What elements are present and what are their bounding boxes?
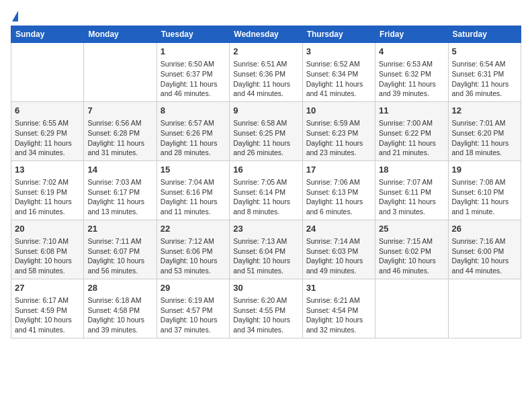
calendar-day-cell: 29Sunrise: 6:19 AM Sunset: 4:57 PM Dayli… <box>157 279 229 338</box>
day-info: Sunrise: 7:01 AM Sunset: 6:20 PM Dayligh… <box>452 118 517 158</box>
day-of-week-header: Tuesday <box>157 26 229 43</box>
day-of-week-header: Sunday <box>11 26 84 43</box>
day-number: 19 <box>452 164 517 176</box>
day-number: 9 <box>233 105 298 117</box>
calendar-day-cell: 28Sunrise: 6:18 AM Sunset: 4:58 PM Dayli… <box>84 279 157 338</box>
day-of-week-header: Friday <box>375 26 448 43</box>
calendar-week-row: 20Sunrise: 7:10 AM Sunset: 6:08 PM Dayli… <box>11 220 521 279</box>
day-number: 3 <box>306 46 371 58</box>
day-info: Sunrise: 7:04 AM Sunset: 6:16 PM Dayligh… <box>161 177 226 217</box>
day-info: Sunrise: 6:58 AM Sunset: 6:25 PM Dayligh… <box>233 118 298 158</box>
calendar-day-cell: 1Sunrise: 6:50 AM Sunset: 6:37 PM Daylig… <box>157 43 229 102</box>
day-of-week-header: Wednesday <box>230 26 302 43</box>
calendar-week-row: 13Sunrise: 7:02 AM Sunset: 6:19 PM Dayli… <box>11 161 521 220</box>
day-number: 11 <box>379 105 444 117</box>
day-info: Sunrise: 6:56 AM Sunset: 6:28 PM Dayligh… <box>87 118 152 158</box>
day-number: 23 <box>233 223 298 235</box>
calendar-day-cell <box>84 43 157 102</box>
calendar-header-row: SundayMondayTuesdayWednesdayThursdayFrid… <box>11 26 521 43</box>
day-number: 13 <box>15 164 80 176</box>
day-info: Sunrise: 7:00 AM Sunset: 6:22 PM Dayligh… <box>379 118 444 158</box>
calendar-day-cell: 20Sunrise: 7:10 AM Sunset: 6:08 PM Dayli… <box>11 220 84 279</box>
calendar-day-cell: 5Sunrise: 6:54 AM Sunset: 6:31 PM Daylig… <box>448 43 521 102</box>
day-number: 17 <box>306 164 371 176</box>
day-info: Sunrise: 6:21 AM Sunset: 4:54 PM Dayligh… <box>306 295 371 335</box>
logo <box>11 11 18 20</box>
calendar-week-row: 1Sunrise: 6:50 AM Sunset: 6:37 PM Daylig… <box>11 43 521 102</box>
day-of-week-header: Monday <box>84 26 157 43</box>
day-number: 10 <box>306 105 371 117</box>
day-info: Sunrise: 6:18 AM Sunset: 4:58 PM Dayligh… <box>87 295 152 335</box>
day-number: 15 <box>161 164 226 176</box>
calendar-day-cell: 9Sunrise: 6:58 AM Sunset: 6:25 PM Daylig… <box>230 101 302 161</box>
day-info: Sunrise: 7:13 AM Sunset: 6:04 PM Dayligh… <box>233 236 298 276</box>
day-number: 21 <box>87 223 152 235</box>
calendar-day-cell: 6Sunrise: 6:55 AM Sunset: 6:29 PM Daylig… <box>11 101 84 161</box>
calendar-day-cell: 27Sunrise: 6:17 AM Sunset: 4:59 PM Dayli… <box>11 279 84 338</box>
day-info: Sunrise: 6:51 AM Sunset: 6:36 PM Dayligh… <box>233 59 298 99</box>
day-number: 22 <box>161 223 226 235</box>
page-header <box>11 11 521 20</box>
day-info: Sunrise: 6:57 AM Sunset: 6:26 PM Dayligh… <box>161 118 226 158</box>
day-number: 8 <box>161 105 226 117</box>
day-info: Sunrise: 7:16 AM Sunset: 6:00 PM Dayligh… <box>452 236 517 276</box>
calendar-day-cell: 15Sunrise: 7:04 AM Sunset: 6:16 PM Dayli… <box>157 161 229 220</box>
day-info: Sunrise: 7:06 AM Sunset: 6:13 PM Dayligh… <box>306 177 371 217</box>
calendar-day-cell: 24Sunrise: 7:14 AM Sunset: 6:03 PM Dayli… <box>302 220 375 279</box>
calendar-day-cell: 19Sunrise: 7:08 AM Sunset: 6:10 PM Dayli… <box>448 161 521 220</box>
calendar-day-cell: 11Sunrise: 7:00 AM Sunset: 6:22 PM Dayli… <box>375 101 448 161</box>
calendar-day-cell: 16Sunrise: 7:05 AM Sunset: 6:14 PM Dayli… <box>230 161 302 220</box>
day-info: Sunrise: 6:19 AM Sunset: 4:57 PM Dayligh… <box>161 295 226 335</box>
day-number: 6 <box>15 105 80 117</box>
calendar-week-row: 6Sunrise: 6:55 AM Sunset: 6:29 PM Daylig… <box>11 101 521 161</box>
calendar-day-cell: 12Sunrise: 7:01 AM Sunset: 6:20 PM Dayli… <box>448 101 521 161</box>
calendar-day-cell: 17Sunrise: 7:06 AM Sunset: 6:13 PM Dayli… <box>302 161 375 220</box>
calendar-week-row: 27Sunrise: 6:17 AM Sunset: 4:59 PM Dayli… <box>11 279 521 338</box>
calendar-day-cell: 2Sunrise: 6:51 AM Sunset: 6:36 PM Daylig… <box>230 43 302 102</box>
day-number: 5 <box>452 46 517 58</box>
calendar-day-cell: 10Sunrise: 6:59 AM Sunset: 6:23 PM Dayli… <box>302 101 375 161</box>
calendar-day-cell: 25Sunrise: 7:15 AM Sunset: 6:02 PM Dayli… <box>375 220 448 279</box>
day-info: Sunrise: 6:52 AM Sunset: 6:34 PM Dayligh… <box>306 59 371 99</box>
day-info: Sunrise: 7:11 AM Sunset: 6:07 PM Dayligh… <box>87 236 152 276</box>
day-number: 2 <box>233 46 298 58</box>
calendar-day-cell: 14Sunrise: 7:03 AM Sunset: 6:17 PM Dayli… <box>84 161 157 220</box>
day-number: 31 <box>306 282 371 294</box>
calendar-table: SundayMondayTuesdayWednesdayThursdayFrid… <box>11 26 521 338</box>
day-info: Sunrise: 7:10 AM Sunset: 6:08 PM Dayligh… <box>15 236 80 276</box>
day-number: 27 <box>15 282 80 294</box>
day-info: Sunrise: 7:07 AM Sunset: 6:11 PM Dayligh… <box>379 177 444 217</box>
calendar-day-cell: 4Sunrise: 6:53 AM Sunset: 6:32 PM Daylig… <box>375 43 448 102</box>
day-number: 25 <box>379 223 444 235</box>
calendar-day-cell: 26Sunrise: 7:16 AM Sunset: 6:00 PM Dayli… <box>448 220 521 279</box>
calendar-day-cell: 30Sunrise: 6:20 AM Sunset: 4:55 PM Dayli… <box>230 279 302 338</box>
day-info: Sunrise: 6:59 AM Sunset: 6:23 PM Dayligh… <box>306 118 371 158</box>
day-number: 18 <box>379 164 444 176</box>
calendar-day-cell: 3Sunrise: 6:52 AM Sunset: 6:34 PM Daylig… <box>302 43 375 102</box>
day-info: Sunrise: 7:08 AM Sunset: 6:10 PM Dayligh… <box>452 177 517 217</box>
day-number: 20 <box>15 223 80 235</box>
calendar-day-cell: 23Sunrise: 7:13 AM Sunset: 6:04 PM Dayli… <box>230 220 302 279</box>
calendar-day-cell: 7Sunrise: 6:56 AM Sunset: 6:28 PM Daylig… <box>84 101 157 161</box>
calendar-day-cell <box>448 279 521 338</box>
day-info: Sunrise: 6:54 AM Sunset: 6:31 PM Dayligh… <box>452 59 517 99</box>
calendar-day-cell: 13Sunrise: 7:02 AM Sunset: 6:19 PM Dayli… <box>11 161 84 220</box>
day-info: Sunrise: 6:50 AM Sunset: 6:37 PM Dayligh… <box>161 59 226 99</box>
logo-triangle-icon <box>12 11 18 21</box>
day-of-week-header: Saturday <box>448 26 521 43</box>
calendar-day-cell: 31Sunrise: 6:21 AM Sunset: 4:54 PM Dayli… <box>302 279 375 338</box>
day-number: 14 <box>87 164 152 176</box>
day-number: 7 <box>87 105 152 117</box>
day-number: 28 <box>87 282 152 294</box>
day-number: 30 <box>233 282 298 294</box>
day-info: Sunrise: 7:03 AM Sunset: 6:17 PM Dayligh… <box>87 177 152 217</box>
calendar-day-cell <box>375 279 448 338</box>
calendar-day-cell: 18Sunrise: 7:07 AM Sunset: 6:11 PM Dayli… <box>375 161 448 220</box>
day-number: 24 <box>306 223 371 235</box>
calendar-day-cell: 8Sunrise: 6:57 AM Sunset: 6:26 PM Daylig… <box>157 101 229 161</box>
day-info: Sunrise: 6:55 AM Sunset: 6:29 PM Dayligh… <box>15 118 80 158</box>
day-info: Sunrise: 6:17 AM Sunset: 4:59 PM Dayligh… <box>15 295 80 335</box>
day-info: Sunrise: 7:05 AM Sunset: 6:14 PM Dayligh… <box>233 177 298 217</box>
day-info: Sunrise: 6:53 AM Sunset: 6:32 PM Dayligh… <box>379 59 444 99</box>
calendar-day-cell: 21Sunrise: 7:11 AM Sunset: 6:07 PM Dayli… <box>84 220 157 279</box>
